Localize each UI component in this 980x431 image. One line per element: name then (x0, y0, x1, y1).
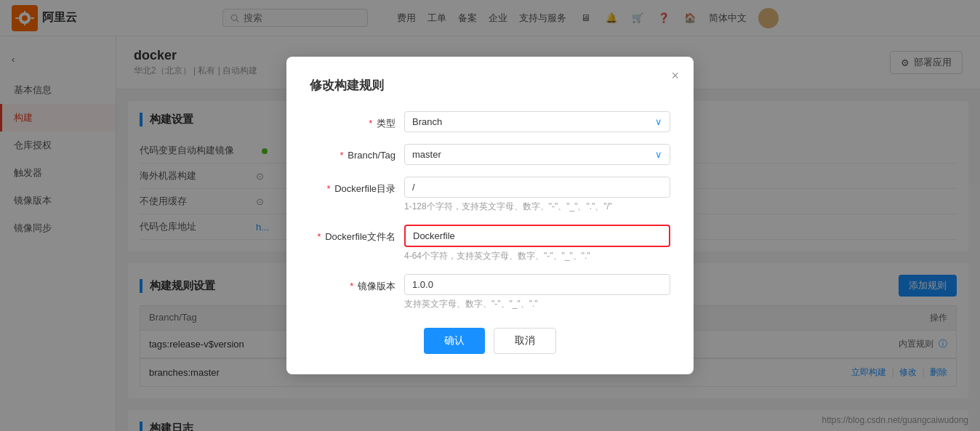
type-select-value: Branch (412, 116, 442, 127)
confirm-button[interactable]: 确认 (424, 328, 485, 354)
branch-select[interactable]: master ∨ (404, 144, 670, 165)
form-label-type: * 类型 (310, 111, 404, 130)
required-star: * (350, 281, 353, 291)
form-row-branch: * Branch/Tag master ∨ (310, 144, 670, 165)
form-control-dockerfile-name: 4-64个字符，支持英文字母、数字、"-"、"_"、"." (404, 225, 670, 262)
label-text-dockerfile-name: Dockerfile文件名 (325, 231, 395, 242)
chevron-down-icon: ∨ (655, 116, 662, 127)
dockerfile-name-input[interactable] (404, 225, 670, 247)
image-version-input[interactable] (404, 274, 670, 295)
required-star: * (340, 150, 344, 161)
dockerfile-dir-input[interactable] (404, 177, 670, 198)
label-text-image-version: 镜像版本 (358, 281, 395, 291)
label-text-branch: Branch/Tag (348, 150, 395, 161)
form-label-dockerfile-dir: * Dockerfile目录 (310, 177, 404, 196)
form-control-image-version: 支持英文字母、数字、"-"、"_"、"." (404, 274, 670, 310)
type-select[interactable]: Branch ∨ (404, 111, 670, 132)
form-label-dockerfile-name: * Dockerfile文件名 (310, 225, 404, 243)
form-row-dockerfile-name: * Dockerfile文件名 4-64个字符，支持英文字母、数字、"-"、"_… (310, 225, 670, 262)
dockerfile-name-hint: 4-64个字符，支持英文字母、数字、"-"、"_"、"." (404, 250, 670, 262)
label-text-dockerfile-dir: Dockerfile目录 (334, 183, 395, 194)
modal-overlay: 修改构建规则 × * 类型 Branch ∨ * Branch/Tag (0, 0, 980, 431)
form-control-type: Branch ∨ (404, 111, 670, 132)
modal-close-btn[interactable]: × (671, 68, 679, 84)
branch-select-value: master (412, 149, 441, 160)
form-label-image-version: * 镜像版本 (310, 274, 404, 293)
form-row-dockerfile-dir: * Dockerfile目录 1-128个字符，支持英文字母、数字、"-"、"_… (310, 177, 670, 213)
required-star: * (327, 183, 331, 194)
image-version-hint: 支持英文字母、数字、"-"、"_"、"." (404, 298, 670, 310)
form-control-branch: master ∨ (404, 144, 670, 165)
form-row-image-version: * 镜像版本 支持英文字母、数字、"-"、"_"、"." (310, 274, 670, 310)
dockerfile-dir-hint: 1-128个字符，支持英文字母、数字、"-"、"_"、"."、"/" (404, 201, 670, 213)
label-text-type: 类型 (377, 118, 395, 129)
form-control-dockerfile-dir: 1-128个字符，支持英文字母、数字、"-"、"_"、"."、"/" (404, 177, 670, 213)
modal-title: 修改构建规则 (310, 77, 670, 94)
required-star: * (369, 118, 372, 129)
form-row-type: * 类型 Branch ∨ (310, 111, 670, 132)
chevron-down-icon: ∨ (655, 149, 662, 160)
required-star: * (318, 231, 321, 242)
form-label-branch: * Branch/Tag (310, 144, 404, 161)
cancel-button[interactable]: 取消 (494, 328, 556, 354)
modal: 修改构建规则 × * 类型 Branch ∨ * Branch/Tag (286, 57, 694, 374)
modal-footer: 确认 取消 (310, 328, 670, 354)
